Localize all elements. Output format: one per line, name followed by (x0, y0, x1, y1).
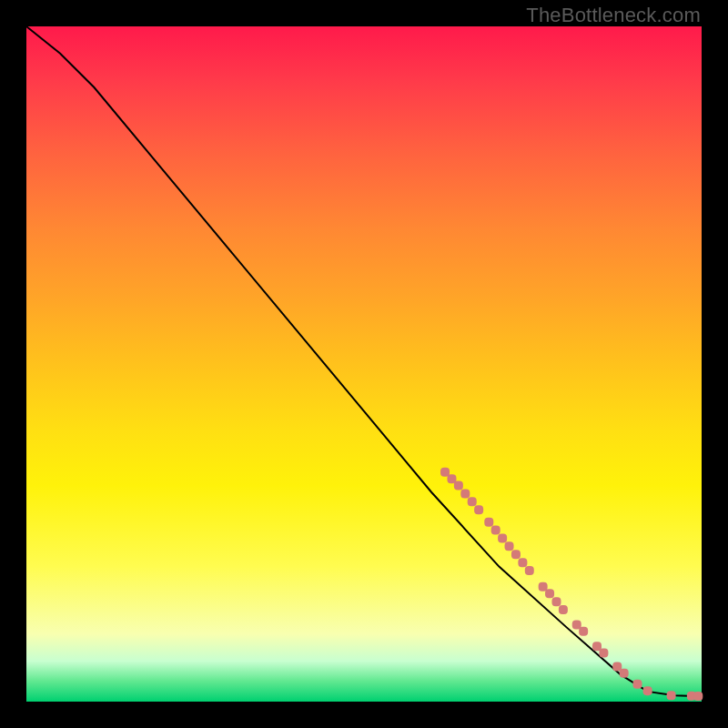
data-marker (468, 497, 477, 506)
data-marker (579, 627, 588, 636)
data-marker (545, 589, 554, 598)
data-marker (559, 605, 568, 614)
data-marker (491, 526, 500, 535)
data-marker (460, 489, 470, 498)
data-marker (667, 691, 676, 700)
bottleneck-curve (26, 26, 702, 696)
data-marker (484, 518, 493, 527)
data-marker (592, 642, 602, 651)
data-marker (620, 669, 629, 678)
data-marker (505, 541, 514, 551)
data-marker (572, 620, 581, 629)
data-marker (454, 481, 463, 490)
watermark-text: TheBottleneck.com (526, 4, 701, 27)
data-marker (474, 505, 483, 514)
data-marker (551, 597, 561, 606)
data-marker (525, 566, 534, 575)
data-marker (440, 468, 450, 477)
data-marker (511, 550, 521, 559)
data-marker (643, 686, 652, 695)
data-marker (693, 692, 703, 701)
data-marker (518, 558, 527, 567)
data-marker (599, 649, 608, 658)
data-marker (447, 474, 456, 483)
chart-svg (26, 26, 702, 702)
data-marker (498, 533, 507, 542)
data-marker (539, 582, 548, 592)
data-marker (633, 680, 642, 689)
data-markers (440, 468, 703, 701)
data-marker (612, 662, 622, 671)
chart-stage: TheBottleneck.com (0, 0, 728, 728)
